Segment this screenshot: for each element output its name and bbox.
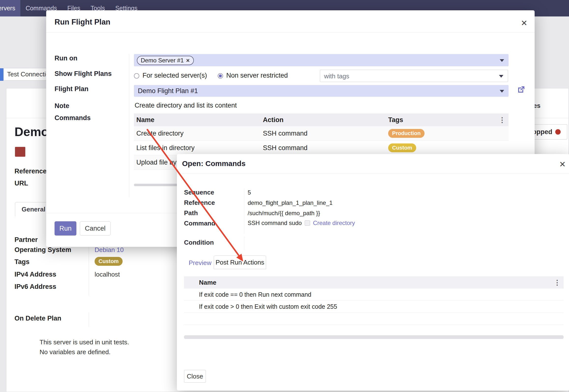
radio-non-server-restricted[interactable] bbox=[218, 73, 223, 79]
with-tags-caret-icon[interactable] bbox=[499, 75, 503, 78]
server-chip[interactable]: Demo Server #1 ✕ bbox=[137, 56, 194, 65]
os-value-link[interactable]: Debian 10 bbox=[95, 246, 124, 254]
flight-plan-label: Flight Plan bbox=[55, 85, 88, 93]
ipv4-value: localhost bbox=[95, 271, 120, 278]
condition-divider bbox=[244, 237, 244, 250]
action-row[interactable]: If exit code > 0 then Exit with custom e… bbox=[184, 301, 564, 313]
column-header-name[interactable]: Name bbox=[134, 116, 263, 124]
row-action: SSH command bbox=[263, 130, 388, 137]
server-title: Demo bbox=[14, 125, 49, 139]
commands-modal-close-icon[interactable]: ✕ bbox=[559, 160, 566, 168]
row-action: SSH command bbox=[263, 144, 388, 152]
menu-item-servers[interactable]: Servers bbox=[0, 0, 20, 16]
condition-label: Condition bbox=[184, 239, 214, 246]
run-modal-close-icon[interactable]: ✕ bbox=[521, 19, 527, 27]
column-header-tags[interactable]: Tags bbox=[388, 116, 491, 124]
row-name: List files in directory bbox=[134, 144, 263, 152]
path-value: /such/much/{{ demo_path }} bbox=[248, 210, 320, 217]
tab-preview[interactable]: Preview bbox=[189, 259, 211, 267]
commands-label: Commands bbox=[55, 114, 91, 122]
unit-test-note: This server is used in unit tests. bbox=[40, 338, 129, 346]
ipv4-label: IPv4 Address bbox=[14, 271, 56, 278]
show-flight-plans-label: Show Flight Plans bbox=[55, 70, 112, 78]
with-tags-value: with tags bbox=[324, 72, 349, 80]
no-variables-note: No variables are defined. bbox=[40, 348, 111, 356]
note-label: Note bbox=[55, 102, 69, 110]
open-commands-modal: Open: Commands ✕ Sequence Reference Path… bbox=[177, 154, 569, 391]
command-checkbox[interactable] bbox=[305, 220, 310, 226]
row-name: Create directory bbox=[134, 130, 263, 137]
run-on-label: Run on bbox=[55, 55, 77, 62]
reference-label: Reference bbox=[14, 168, 47, 175]
field-divider-2 bbox=[89, 312, 89, 327]
sequence-value: 5 bbox=[248, 189, 251, 196]
run-on-caret-icon[interactable] bbox=[500, 59, 504, 62]
run-modal-title: Run Flight Plan bbox=[55, 18, 110, 27]
flight-plan-caret-icon[interactable] bbox=[500, 90, 504, 93]
flight-plan-select[interactable]: Demo Flight Plan #1 bbox=[134, 85, 509, 97]
partner-label: Partner bbox=[14, 236, 38, 244]
row-tag-chip: Production bbox=[388, 129, 425, 138]
command-value: SSH command sudo bbox=[248, 220, 302, 226]
row-tag-chip: Custom bbox=[388, 143, 416, 152]
tags-label: Tags bbox=[14, 258, 29, 266]
chip-remove-icon[interactable]: ✕ bbox=[186, 58, 190, 63]
commands-label-divider bbox=[244, 188, 244, 234]
with-tags-select[interactable]: with tags bbox=[320, 70, 508, 82]
label-column-divider bbox=[129, 54, 129, 197]
action-row-name: If exit code == 0 then Run next command bbox=[199, 291, 311, 298]
server-chip-label: Demo Server #1 bbox=[141, 57, 184, 64]
commands-modal-title: Open: Commands bbox=[182, 159, 245, 168]
server-tag-chip[interactable]: Custom bbox=[95, 257, 123, 266]
table-row[interactable]: List files in directory SSH command Cust… bbox=[134, 141, 509, 155]
on-delete-plan-label: On Delete Plan bbox=[14, 315, 61, 322]
status-stopped-dot bbox=[555, 129, 561, 135]
flight-plan-value: Demo Flight Plan #1 bbox=[138, 87, 198, 95]
radio-selected-servers[interactable] bbox=[134, 73, 139, 79]
primary-button-fragment[interactable] bbox=[0, 68, 3, 81]
table-options-kebab-icon[interactable]: ⋮ bbox=[499, 116, 506, 124]
run-button[interactable]: Run bbox=[55, 221, 76, 236]
tab-post-run-actions[interactable]: Post Run Actions bbox=[214, 255, 266, 269]
action-row-empty bbox=[184, 313, 564, 325]
server-color-swatch[interactable] bbox=[15, 147, 25, 157]
reference-value: demo_flight_plan_1_plan_line_1 bbox=[248, 199, 333, 206]
table-header-row: Name Action Tags ⋮ bbox=[134, 113, 509, 126]
create-directory-link[interactable]: Create directory bbox=[313, 220, 355, 226]
command-label: Command bbox=[184, 220, 215, 227]
url-label: URL bbox=[14, 180, 28, 187]
command-value-row: SSH command sudo Create directory bbox=[248, 220, 355, 226]
cancel-button[interactable]: Cancel bbox=[80, 221, 111, 236]
path-label: Path bbox=[184, 209, 198, 217]
actions-table-kebab-icon[interactable]: ⋮ bbox=[554, 279, 561, 287]
post-run-actions-table: Name ⋮ If exit code == 0 then Run next c… bbox=[184, 276, 564, 325]
action-row-name: If exit code > 0 then Exit with custom e… bbox=[199, 303, 337, 310]
reference-field-label: Reference bbox=[184, 199, 215, 207]
actions-table-scrollbar[interactable] bbox=[184, 335, 564, 339]
run-on-multiselect[interactable]: Demo Server #1 ✕ bbox=[134, 54, 509, 66]
open-flight-plan-external-icon[interactable] bbox=[516, 85, 526, 94]
actions-table-header-row: Name ⋮ bbox=[184, 276, 564, 289]
action-row[interactable]: If exit code == 0 then Run next command bbox=[184, 289, 564, 301]
operating-system-label: Operating System bbox=[14, 246, 71, 254]
ipv6-label: IPv6 Address bbox=[14, 283, 56, 291]
flight-plan-description: Create directory and list its content bbox=[135, 102, 237, 109]
sequence-label: Sequence bbox=[184, 189, 214, 196]
commands-modal-header-divider bbox=[177, 173, 569, 173]
close-button[interactable]: Close bbox=[184, 370, 206, 383]
column-header-action[interactable]: Action bbox=[263, 116, 388, 124]
table-row[interactable]: Create directory SSH command Production bbox=[134, 126, 509, 141]
actions-column-header-name[interactable]: Name bbox=[199, 279, 216, 286]
radio-non-server-label[interactable]: Non server restricted bbox=[226, 72, 288, 79]
radio-selected-servers-label[interactable]: For selected server(s) bbox=[142, 72, 207, 79]
run-modal-header-divider bbox=[46, 32, 535, 33]
